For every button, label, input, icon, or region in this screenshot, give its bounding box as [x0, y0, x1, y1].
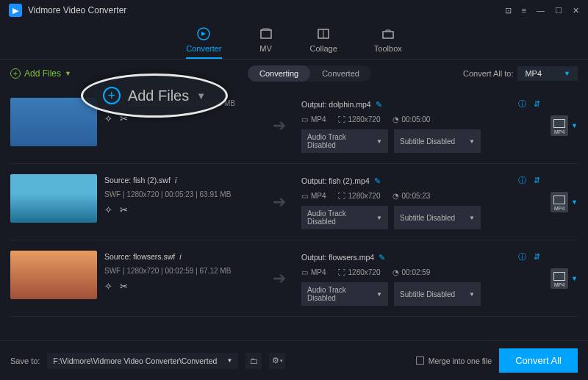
- output-format-picker[interactable]: MP4 ▼: [551, 268, 578, 289]
- chat-icon[interactable]: ⊡: [505, 6, 512, 15]
- add-files-button[interactable]: + Add Files ▼: [10, 68, 71, 79]
- audio-track-dropdown[interactable]: Audio Track Disabled▼: [301, 282, 388, 306]
- output-name: Output: dolphin.mp4: [301, 100, 371, 109]
- edit-name-icon[interactable]: ✎: [376, 100, 382, 109]
- thumbnail[interactable]: [10, 251, 97, 299]
- info-icon[interactable]: ⓘ: [518, 176, 526, 186]
- subtitle-dropdown[interactable]: Subtitle Disabled▼: [394, 206, 481, 229]
- minimize-icon[interactable]: —: [537, 6, 545, 15]
- chevron-down-icon: ▼: [571, 198, 578, 206]
- clock-icon: ◔: [392, 192, 399, 200]
- output-name: Output: fish (2).mp4: [301, 176, 370, 185]
- source-name: Source: flowsers.swf: [104, 252, 175, 261]
- svg-rect-1: [261, 30, 271, 38]
- compress-icon[interactable]: ⇵: [534, 176, 540, 186]
- titlebar: ▶ Vidmore Video Converter ⊡ ≡ — ☐ ✕: [0, 0, 588, 21]
- save-to-label: Save to:: [10, 356, 40, 365]
- merge-checkbox[interactable]: Merge into one file: [416, 356, 492, 365]
- info-icon[interactable]: ⓘ: [518, 99, 526, 110]
- audio-track-dropdown[interactable]: Audio Track Disabled▼: [301, 206, 388, 229]
- maximize-icon[interactable]: ☐: [555, 6, 562, 15]
- plus-icon: +: [10, 68, 21, 79]
- convert-all-button[interactable]: Convert All: [499, 348, 578, 373]
- chevron-down-icon: ▼: [564, 70, 570, 77]
- main-tabs: Converter MV Collage Toolbox: [0, 21, 588, 60]
- effects-icon[interactable]: ✧: [104, 281, 112, 292]
- collage-icon: [316, 26, 331, 41]
- resolution-icon: ⛶: [338, 268, 345, 276]
- info-icon[interactable]: ⓘ: [518, 252, 526, 262]
- merge-label: Merge into one file: [429, 356, 492, 365]
- thumbnail[interactable]: [10, 98, 97, 146]
- effects-icon[interactable]: ✧: [104, 113, 112, 124]
- video-icon: ▭: [301, 192, 308, 200]
- clock-icon: ◔: [392, 268, 399, 276]
- edit-name-icon[interactable]: ✎: [379, 253, 385, 262]
- toolbar: + Add Files ▼ Converting Converted Conve…: [0, 60, 588, 87]
- tab-mv[interactable]: MV: [259, 26, 273, 59]
- format-value: MP4: [525, 69, 542, 78]
- gear-icon: ⚙: [272, 356, 279, 365]
- file-row: Source: flowsers.swfi SWF | 1280x720 | 0…: [10, 240, 578, 317]
- format-badge-icon: MP4: [551, 192, 568, 212]
- source-meta: SWF | 1280x720 | 00:02:59 | 67.12 MB: [104, 267, 257, 275]
- file-list: SWF | 1280x720 | 00:05:00 | 120.25 MB ✧ …: [0, 87, 588, 317]
- source-meta: SWF | 1280x720 | 00:05:23 | 63.91 MB: [104, 190, 257, 198]
- edit-name-icon[interactable]: ✎: [374, 176, 381, 185]
- output-format-picker[interactable]: MP4 ▼: [551, 192, 578, 212]
- compress-icon[interactable]: ⇵: [534, 99, 540, 110]
- menu-icon[interactable]: ≡: [522, 6, 526, 15]
- info-icon[interactable]: i: [175, 176, 176, 184]
- chevron-down-icon: ▼: [571, 275, 578, 282]
- app-logo-icon: ▶: [9, 4, 22, 17]
- folder-icon: 🗀: [250, 356, 258, 365]
- tab-converter[interactable]: Converter: [186, 26, 221, 59]
- trim-icon[interactable]: ✂: [120, 204, 128, 215]
- info-icon[interactable]: i: [179, 252, 181, 261]
- chevron-down-icon: ▼: [226, 357, 232, 364]
- chevron-down-icon: ▼: [376, 138, 382, 145]
- converter-icon: [196, 26, 211, 41]
- subtitle-dropdown[interactable]: Subtitle Disabled▼: [394, 282, 481, 306]
- close-icon[interactable]: ✕: [573, 6, 579, 15]
- arrow-icon: ➔: [265, 193, 294, 212]
- seg-converting[interactable]: Converting: [248, 65, 310, 82]
- output-name: Output: flowsers.mp4: [301, 253, 374, 262]
- tab-label: Converter: [186, 44, 221, 53]
- format-badge-icon: MP4: [551, 115, 568, 136]
- clock-icon: ◔: [392, 115, 399, 123]
- svg-rect-4: [383, 32, 393, 38]
- chevron-down-icon: ▼: [469, 215, 475, 221]
- compress-icon[interactable]: ⇵: [534, 252, 540, 262]
- resolution-icon: ⛶: [338, 192, 345, 200]
- output-format-picker[interactable]: MP4 ▼: [551, 115, 578, 136]
- chevron-down-icon: ▼: [469, 291, 475, 298]
- chevron-down-icon: ▼: [571, 122, 578, 129]
- audio-track-dropdown[interactable]: Audio Track Disabled▼: [301, 129, 388, 153]
- video-icon: ▭: [301, 115, 308, 123]
- file-row: SWF | 1280x720 | 00:05:00 | 120.25 MB ✧ …: [10, 87, 578, 164]
- tab-label: MV: [259, 44, 272, 53]
- resolution-icon: ⛶: [338, 115, 345, 123]
- tab-toolbox[interactable]: Toolbox: [374, 26, 402, 59]
- trim-icon[interactable]: ✂: [120, 113, 128, 124]
- thumbnail[interactable]: [10, 174, 97, 223]
- settings-button[interactable]: ⚙▾: [269, 353, 285, 369]
- save-to-dropdown[interactable]: F:\Vidmore\Vidmore Video Converter\Conve…: [47, 353, 238, 369]
- seg-converted[interactable]: Converted: [310, 65, 371, 82]
- tab-label: Collage: [310, 44, 337, 53]
- effects-icon[interactable]: ✧: [104, 204, 112, 215]
- convert-all-format-dropdown[interactable]: MP4 ▼: [517, 66, 578, 81]
- convert-all-label: Convert All to:: [463, 69, 513, 78]
- chevron-down-icon: ▼: [376, 215, 382, 221]
- chevron-down-icon: ▼: [469, 138, 475, 145]
- toolbox-icon: [381, 26, 395, 41]
- format-badge-icon: MP4: [551, 268, 568, 289]
- subtitle-dropdown[interactable]: Subtitle Disabled▼: [394, 129, 481, 153]
- checkbox-icon: [416, 356, 424, 365]
- tab-collage[interactable]: Collage: [310, 26, 337, 59]
- open-folder-button[interactable]: 🗀: [245, 353, 262, 369]
- chevron-down-icon: ▼: [65, 70, 71, 77]
- chevron-down-icon: ▼: [376, 291, 382, 298]
- trim-icon[interactable]: ✂: [120, 281, 128, 292]
